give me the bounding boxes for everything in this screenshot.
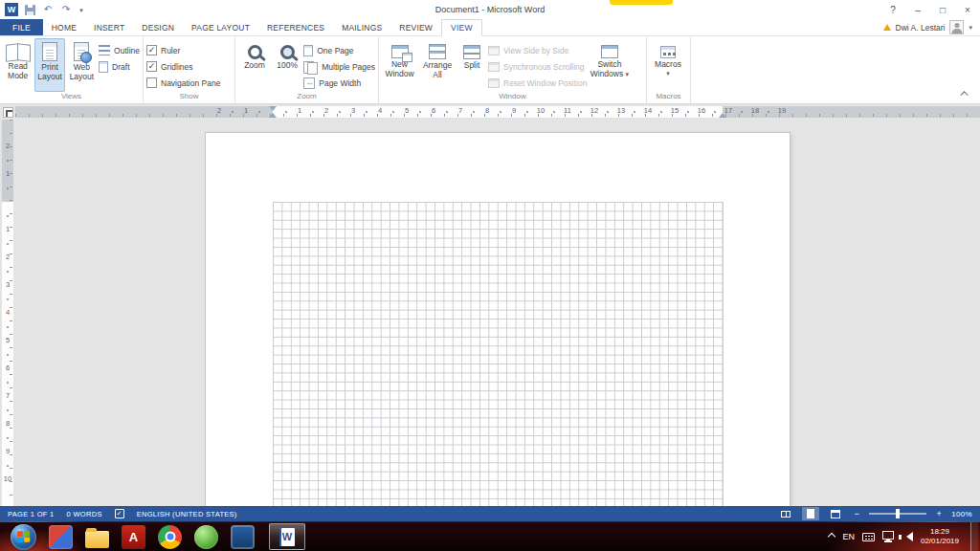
ruler-dot — [473, 111, 475, 113]
tab-page-layout[interactable]: PAGE LAYOUT — [183, 19, 258, 35]
adobe-reader-icon[interactable] — [122, 525, 145, 549]
taskbar-apps — [49, 523, 305, 550]
user-avatar-icon[interactable] — [949, 20, 964, 34]
left-indent-marker[interactable] — [269, 113, 277, 118]
account-area[interactable]: Dwi A. Lestari ▾ — [883, 19, 980, 35]
clock[interactable]: 18:29 02/01/2019 — [921, 527, 959, 547]
volume-icon[interactable] — [902, 532, 913, 541]
qat-dropdown-icon[interactable]: ▾ — [78, 3, 85, 16]
page-indicator[interactable]: PAGE 1 OF 1 — [8, 510, 55, 518]
zoom-percentage[interactable]: 100% — [951, 510, 972, 518]
view-side-by-side-button[interactable]: View Side by Side — [488, 44, 587, 56]
chrome-icon[interactable] — [158, 525, 182, 549]
new-window-label: NewWindow — [385, 60, 413, 79]
proofing-icon[interactable] — [115, 509, 124, 518]
ruler-checkbox[interactable]: ✓ — [146, 45, 157, 55]
word-app-icon[interactable] — [5, 3, 18, 16]
label-line: Zoom — [244, 61, 265, 71]
navigation-pane-checkbox-row[interactable]: Navigation Pane — [146, 77, 220, 89]
draft-button[interactable]: Draft — [99, 60, 140, 73]
tab-view[interactable]: VIEW — [441, 19, 482, 36]
split-button[interactable]: Split — [457, 38, 486, 92]
print-layout-button[interactable]: PrintLayout — [34, 38, 64, 92]
language-indicator[interactable]: ENGLISH (UNITED STATES) — [137, 510, 237, 518]
show-hidden-icons-button[interactable] — [828, 533, 835, 540]
synchronous-scrolling-button[interactable]: Synchronous Scrolling — [488, 60, 587, 73]
new-window-button[interactable]: NewWindow — [382, 38, 417, 92]
tab-design[interactable]: DESIGN — [133, 19, 183, 35]
ruler-dot — [285, 111, 287, 113]
close-button[interactable]: × — [955, 1, 980, 18]
print-layout-view-button[interactable] — [802, 507, 819, 520]
multiple-pages-button[interactable]: Multiple Pages — [303, 60, 375, 73]
label-text: Windows — [590, 69, 623, 78]
status-bar-right: − + 100% — [777, 507, 972, 520]
navigation-pane-checkbox[interactable] — [146, 77, 157, 88]
undo-button[interactable]: ↶ — [41, 3, 55, 16]
outline-icon — [99, 45, 110, 55]
zoom-out-button[interactable]: − — [852, 509, 861, 518]
word-count[interactable]: 0 WORDS — [67, 510, 102, 518]
start-button[interactable] — [11, 524, 36, 550]
ruler-dot — [7, 243, 9, 245]
zoom-slider-thumb[interactable] — [896, 509, 900, 518]
tab-insert[interactable]: INSERT — [85, 19, 133, 35]
switch-windows-button[interactable]: SwitchWindows ▾ — [589, 38, 630, 92]
zoom-slider[interactable] — [869, 513, 926, 515]
file-explorer-icon[interactable] — [85, 531, 109, 548]
media-app-icon[interactable] — [49, 525, 73, 549]
help-button[interactable]: ? — [880, 1, 905, 18]
zoom-group-body: Zoom 100% One Page Multiple Pages Page W… — [235, 36, 378, 92]
tab-selector-icon[interactable] — [3, 107, 13, 118]
tab-references[interactable]: REFERENCES — [258, 19, 333, 35]
show-column: ✓Ruler ✓Gridlines Navigation Pane — [146, 38, 220, 92]
gridlines-checkbox-row[interactable]: ✓Gridlines — [146, 60, 220, 73]
one-page-button[interactable]: One Page — [303, 44, 375, 56]
ruler-dot — [714, 111, 716, 113]
show-desktop-button[interactable] — [970, 522, 978, 551]
green-app-icon[interactable] — [194, 525, 218, 549]
tab-home[interactable]: HOME — [43, 19, 85, 35]
outline-button[interactable]: Outline — [99, 44, 140, 56]
arrange-all-button[interactable]: ArrangeAll — [419, 38, 456, 92]
horizontal-ruler[interactable]: 2112345678910111213141516171819 — [15, 106, 980, 118]
show-group-body: ✓Ruler ✓Gridlines Navigation Pane — [144, 36, 234, 92]
right-indent-marker[interactable] — [719, 113, 726, 118]
ruler-dot — [7, 187, 9, 189]
zoom-button[interactable]: Zoom — [238, 38, 271, 92]
ruler-checkbox-row[interactable]: ✓Ruler — [146, 44, 220, 56]
ruler-number: 2 — [324, 106, 328, 116]
macros-button[interactable]: Macros▾ — [650, 38, 686, 92]
vertical-ruler[interactable]: 2112345678910 — [2, 120, 13, 506]
gridlines-checkbox[interactable]: ✓ — [146, 61, 157, 72]
redo-button[interactable]: ↷ — [59, 3, 73, 16]
first-line-indent-marker[interactable] — [269, 106, 277, 111]
web-layout-button[interactable]: WebLayout — [67, 38, 97, 92]
ruler-dot — [687, 111, 689, 113]
save-icon — [25, 5, 35, 15]
language-badge[interactable]: EN — [842, 532, 855, 541]
read-mode-view-button[interactable] — [777, 507, 794, 520]
page-width-button[interactable]: Page Width — [303, 77, 375, 89]
maximize-button[interactable]: □ — [930, 1, 955, 18]
document-page[interactable] — [206, 133, 790, 506]
ruler-number: 10 — [2, 474, 13, 484]
zoom-in-button[interactable]: + — [934, 509, 944, 518]
read-mode-button[interactable]: ReadMode — [3, 38, 33, 92]
system-tray: EN 18:29 02/01/2019 — [829, 522, 980, 551]
web-layout-view-button[interactable] — [827, 507, 844, 520]
network-icon[interactable] — [882, 531, 894, 540]
word-taskbar-button[interactable] — [269, 523, 305, 550]
tab-mailings[interactable]: MAILINGS — [333, 19, 390, 35]
tab-file[interactable]: FILE — [0, 19, 43, 35]
collapse-ribbon-button[interactable] — [959, 89, 972, 99]
zoom-100-button[interactable]: 100% — [273, 38, 301, 92]
tab-review[interactable]: REVIEW — [390, 19, 441, 35]
avatar-body — [951, 29, 962, 34]
save-button[interactable] — [23, 3, 36, 16]
reset-window-position-button[interactable]: Reset Window Position — [488, 77, 587, 89]
keyboard-icon[interactable] — [862, 533, 875, 541]
minimize-button[interactable]: – — [905, 1, 930, 18]
media-player-icon[interactable] — [231, 525, 255, 549]
account-dropdown-icon[interactable]: ▾ — [969, 24, 972, 32]
